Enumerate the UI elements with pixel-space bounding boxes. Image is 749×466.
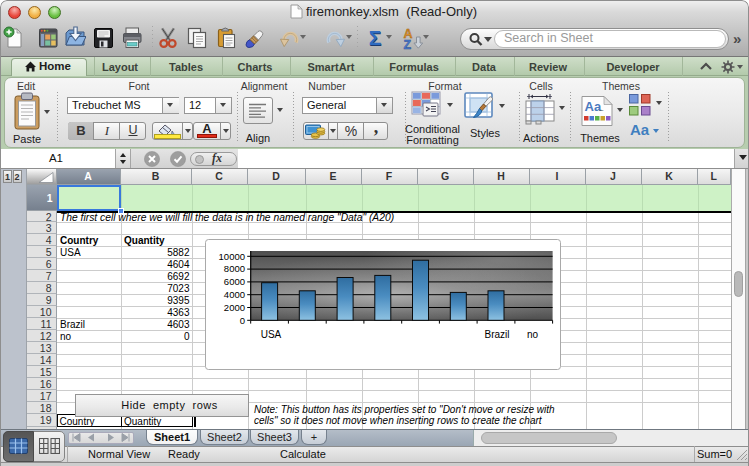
svg-text:10000: 10000	[219, 251, 245, 262]
svg-text:~: ~	[599, 106, 604, 115]
svg-text:Z: Z	[404, 38, 412, 50]
svg-text:6000: 6000	[224, 276, 245, 287]
svg-text:2000: 2000	[224, 302, 245, 313]
svg-text:no: no	[527, 329, 539, 340]
svg-text:0: 0	[240, 315, 245, 326]
svg-text:USA: USA	[261, 329, 282, 340]
svg-text:8000: 8000	[224, 263, 245, 274]
svg-text:4000: 4000	[224, 289, 245, 300]
svg-text:Brazil: Brazil	[484, 329, 509, 340]
